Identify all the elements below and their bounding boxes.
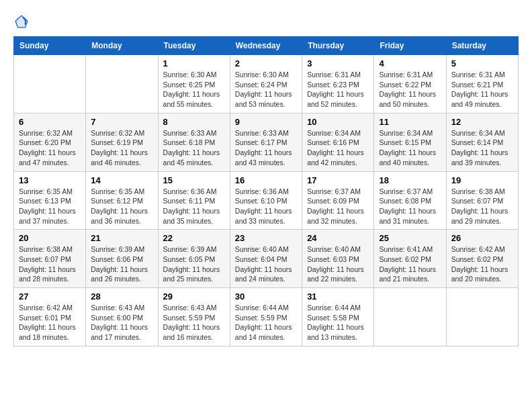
- day-detail: Sunrise: 6:40 AMSunset: 6:04 PMDaylight:…: [235, 244, 297, 284]
- day-number: 6: [19, 117, 81, 127]
- day-cell: [446, 288, 518, 347]
- day-number: 13: [19, 175, 81, 185]
- day-cell: 24Sunrise: 6:40 AMSunset: 6:03 PMDayligh…: [302, 230, 374, 288]
- day-cell: 25Sunrise: 6:41 AMSunset: 6:02 PMDayligh…: [374, 230, 446, 288]
- day-cell: 2Sunrise: 6:30 AMSunset: 6:24 PMDaylight…: [230, 55, 302, 113]
- day-detail: Sunrise: 6:31 AMSunset: 6:22 PMDaylight:…: [379, 70, 441, 109]
- day-number: 4: [379, 58, 441, 68]
- day-detail: Sunrise: 6:30 AMSunset: 6:25 PMDaylight:…: [163, 70, 225, 109]
- svg-marker-0: [15, 17, 29, 28]
- day-detail: Sunrise: 6:40 AMSunset: 6:03 PMDaylight:…: [307, 244, 369, 284]
- day-number: 31: [307, 291, 369, 302]
- day-number: 20: [19, 233, 81, 243]
- day-number: 8: [163, 117, 225, 127]
- day-cell: 7Sunrise: 6:32 AMSunset: 6:19 PMDaylight…: [86, 113, 158, 171]
- day-detail: Sunrise: 6:39 AMSunset: 6:06 PMDaylight:…: [91, 244, 152, 284]
- day-cell: 12Sunrise: 6:34 AMSunset: 6:14 PMDayligh…: [446, 113, 518, 171]
- day-detail: Sunrise: 6:30 AMSunset: 6:24 PMDaylight:…: [235, 70, 297, 109]
- header-saturday: Saturday: [446, 37, 518, 55]
- day-cell: 30Sunrise: 6:44 AMSunset: 5:59 PMDayligh…: [230, 288, 302, 347]
- day-number: 10: [307, 117, 369, 127]
- day-cell: 6Sunrise: 6:32 AMSunset: 6:20 PMDaylight…: [14, 113, 86, 171]
- day-detail: Sunrise: 6:31 AMSunset: 6:23 PMDaylight:…: [307, 70, 369, 109]
- day-cell: 4Sunrise: 6:31 AMSunset: 6:22 PMDaylight…: [374, 55, 446, 113]
- logo-icon: [13, 13, 30, 30]
- day-detail: Sunrise: 6:34 AMSunset: 6:15 PMDaylight:…: [379, 128, 441, 168]
- header-thursday: Thursday: [302, 37, 374, 55]
- day-number: 22: [163, 233, 225, 243]
- day-detail: Sunrise: 6:34 AMSunset: 6:14 PMDaylight:…: [451, 128, 513, 168]
- day-cell: 10Sunrise: 6:34 AMSunset: 6:16 PMDayligh…: [302, 113, 374, 171]
- day-detail: Sunrise: 6:36 AMSunset: 6:10 PMDaylight:…: [235, 187, 297, 226]
- day-number: 2: [235, 58, 297, 68]
- day-detail: Sunrise: 6:33 AMSunset: 6:18 PMDaylight:…: [163, 128, 225, 168]
- day-number: 23: [235, 233, 297, 243]
- day-cell: 5Sunrise: 6:31 AMSunset: 6:21 PMDaylight…: [446, 55, 518, 113]
- day-number: 16: [235, 175, 297, 185]
- day-number: 29: [163, 291, 225, 302]
- header-friday: Friday: [374, 37, 446, 55]
- day-cell: 31Sunrise: 6:44 AMSunset: 5:58 PMDayligh…: [302, 288, 374, 347]
- day-detail: Sunrise: 6:33 AMSunset: 6:17 PMDaylight:…: [235, 128, 297, 168]
- day-cell: 18Sunrise: 6:37 AMSunset: 6:08 PMDayligh…: [374, 171, 446, 230]
- day-cell: 1Sunrise: 6:30 AMSunset: 6:25 PMDaylight…: [158, 55, 230, 113]
- day-number: 17: [307, 175, 369, 185]
- day-number: 24: [307, 233, 369, 243]
- header-tuesday: Tuesday: [158, 37, 230, 55]
- day-cell: 11Sunrise: 6:34 AMSunset: 6:15 PMDayligh…: [374, 113, 446, 171]
- day-number: 7: [91, 117, 152, 127]
- day-number: 9: [235, 117, 297, 127]
- day-number: 5: [451, 58, 513, 68]
- day-detail: Sunrise: 6:35 AMSunset: 6:13 PMDaylight:…: [19, 187, 81, 226]
- day-cell: 3Sunrise: 6:31 AMSunset: 6:23 PMDaylight…: [302, 55, 374, 113]
- day-number: 30: [235, 291, 297, 302]
- day-cell: 14Sunrise: 6:35 AMSunset: 6:12 PMDayligh…: [86, 171, 158, 230]
- day-cell: 16Sunrise: 6:36 AMSunset: 6:10 PMDayligh…: [230, 171, 302, 230]
- week-row-1: 1Sunrise: 6:30 AMSunset: 6:25 PMDaylight…: [14, 55, 519, 113]
- day-cell: [86, 55, 158, 113]
- day-detail: Sunrise: 6:37 AMSunset: 6:09 PMDaylight:…: [307, 187, 369, 226]
- day-cell: 19Sunrise: 6:38 AMSunset: 6:07 PMDayligh…: [446, 171, 518, 230]
- day-cell: 27Sunrise: 6:42 AMSunset: 6:01 PMDayligh…: [14, 288, 86, 347]
- day-detail: Sunrise: 6:37 AMSunset: 6:08 PMDaylight:…: [379, 187, 441, 226]
- day-detail: Sunrise: 6:32 AMSunset: 6:20 PMDaylight:…: [19, 128, 81, 168]
- day-detail: Sunrise: 6:44 AMSunset: 5:59 PMDaylight:…: [235, 303, 297, 342]
- day-detail: Sunrise: 6:42 AMSunset: 6:02 PMDaylight:…: [451, 244, 513, 284]
- day-number: 1: [163, 58, 225, 68]
- week-row-3: 13Sunrise: 6:35 AMSunset: 6:13 PMDayligh…: [14, 171, 519, 230]
- day-number: 11: [379, 117, 441, 127]
- day-detail: Sunrise: 6:41 AMSunset: 6:02 PMDaylight:…: [379, 244, 441, 284]
- day-cell: 21Sunrise: 6:39 AMSunset: 6:06 PMDayligh…: [86, 230, 158, 288]
- day-number: 21: [91, 233, 152, 243]
- day-number: 28: [91, 291, 152, 302]
- week-row-4: 20Sunrise: 6:38 AMSunset: 6:07 PMDayligh…: [14, 230, 519, 288]
- week-row-2: 6Sunrise: 6:32 AMSunset: 6:20 PMDaylight…: [14, 113, 519, 171]
- day-number: 14: [91, 175, 152, 185]
- day-cell: 26Sunrise: 6:42 AMSunset: 6:02 PMDayligh…: [446, 230, 518, 288]
- day-detail: Sunrise: 6:38 AMSunset: 6:07 PMDaylight:…: [19, 244, 81, 284]
- day-cell: 22Sunrise: 6:39 AMSunset: 6:05 PMDayligh…: [158, 230, 230, 288]
- day-detail: Sunrise: 6:35 AMSunset: 6:12 PMDaylight:…: [91, 187, 152, 226]
- day-cell: 28Sunrise: 6:43 AMSunset: 6:00 PMDayligh…: [86, 288, 158, 347]
- header-wednesday: Wednesday: [230, 37, 302, 55]
- day-number: 27: [19, 291, 81, 302]
- day-detail: Sunrise: 6:44 AMSunset: 5:58 PMDaylight:…: [307, 303, 369, 342]
- header-monday: Monday: [86, 37, 158, 55]
- day-detail: Sunrise: 6:32 AMSunset: 6:19 PMDaylight:…: [91, 128, 152, 168]
- day-number: 26: [451, 233, 513, 243]
- logo: [13, 13, 32, 30]
- day-cell: [14, 55, 86, 113]
- day-detail: Sunrise: 6:38 AMSunset: 6:07 PMDaylight:…: [451, 187, 513, 226]
- day-number: 12: [451, 117, 513, 127]
- day-detail: Sunrise: 6:43 AMSunset: 6:00 PMDaylight:…: [91, 303, 152, 342]
- day-number: 3: [307, 58, 369, 68]
- header-sunday: Sunday: [14, 37, 86, 55]
- day-cell: 20Sunrise: 6:38 AMSunset: 6:07 PMDayligh…: [14, 230, 86, 288]
- week-row-5: 27Sunrise: 6:42 AMSunset: 6:01 PMDayligh…: [14, 288, 519, 347]
- day-number: 18: [379, 175, 441, 185]
- calendar: SundayMondayTuesdayWednesdayThursdayFrid…: [13, 36, 519, 347]
- page-header: [13, 13, 519, 30]
- day-cell: 29Sunrise: 6:43 AMSunset: 5:59 PMDayligh…: [158, 288, 230, 347]
- day-cell: [374, 288, 446, 347]
- day-detail: Sunrise: 6:43 AMSunset: 5:59 PMDaylight:…: [163, 303, 225, 342]
